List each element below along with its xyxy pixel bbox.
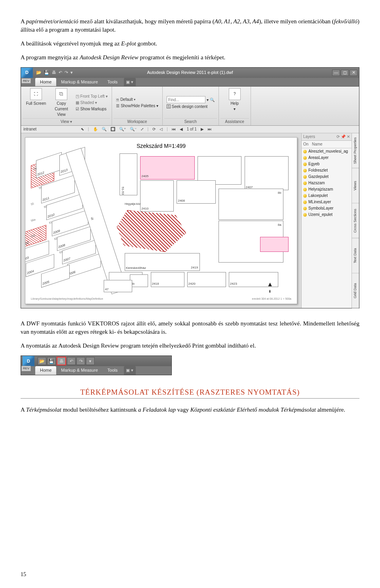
seek-design-content-button[interactable]: 🅂 Seek design content (167, 104, 215, 110)
sidetab-cross-sections[interactable]: Cross Sections (352, 203, 359, 238)
layer-row[interactable]: AreasLayer (302, 155, 352, 161)
copy-current-view-button[interactable]: ⿻ Copy Current View (50, 88, 72, 117)
minimize-icon[interactable]: — (332, 70, 340, 76)
zoom-in-icon[interactable]: 🔍⁺ (119, 127, 126, 132)
print-icon[interactable]: 🖶 (52, 70, 56, 76)
layer-name: Uzemi_epulet (308, 212, 332, 217)
tab-tools[interactable]: Tools (103, 366, 122, 374)
front-top-left-button[interactable]: ◳ Front Top Left ▾ (76, 94, 108, 99)
sidetab-views[interactable]: Views (352, 168, 359, 203)
group-label-view[interactable]: View (23, 118, 110, 125)
lightbulb-icon[interactable] (303, 182, 307, 185)
qat-dropdown-icon[interactable]: ▾ (70, 70, 73, 76)
print-button-highlighted[interactable]: 🖶 (57, 357, 66, 365)
lightbulb-icon[interactable] (303, 169, 307, 172)
map-footer-right: eredeti 304 at 08.2012 1 = 500a (252, 297, 291, 301)
find-input[interactable] (167, 96, 205, 103)
layers-tool-icon[interactable]: ⟳ (336, 134, 340, 139)
selected-feature (117, 210, 186, 252)
parcel: 2408 (177, 180, 215, 203)
lightbulb-icon[interactable] (303, 150, 307, 153)
full-screen-button[interactable]: ⛶ Full Screen (25, 88, 47, 117)
lightbulb-icon[interactable] (303, 175, 307, 179)
zoom-tool-icon[interactable]: 🔍 (102, 127, 106, 132)
sidetab-sheet-properties[interactable]: Sheet Properties (352, 133, 359, 168)
layer-row[interactable]: SymbolsLayer (302, 205, 352, 212)
tab-home[interactable]: Home (35, 366, 56, 374)
layer-row[interactable]: Egyeb (302, 161, 352, 167)
layers-palette: Layers ⟳ 📌 ✕ On Name Alreszlet_muvelesi_… (301, 133, 352, 308)
binoculars-icon[interactable]: 🔍 (210, 98, 215, 102)
shaded-button[interactable]: ▦ Shaded ▾ (76, 100, 108, 106)
tab-markup-measure[interactable]: Markup & Measure (56, 366, 103, 374)
save-icon[interactable]: 💾 (44, 70, 49, 76)
lightbulb-icon[interactable] (303, 213, 307, 217)
adr-logo-icon[interactable]: D (21, 68, 33, 78)
layer-name: Lakoepulet (308, 193, 328, 199)
open-icon[interactable]: 📂 (38, 357, 46, 365)
side-palette-tabs: Sheet Properties Views Cross Sections Te… (352, 133, 359, 308)
lightbulb-icon[interactable] (303, 163, 307, 166)
show-hide-palettes-button[interactable]: ☰ Show/Hide Palettes ▾ (116, 103, 158, 109)
sidetab-grid-data[interactable]: Grid Data (352, 273, 359, 308)
prev-page-icon[interactable]: ◀ (180, 127, 183, 132)
tab-animation-icon[interactable]: ▣ ▾ (124, 366, 136, 374)
layers-pin-icon[interactable]: 📌 (341, 134, 346, 139)
default-workspace-button[interactable]: 🀙 Default ▾ (116, 97, 158, 102)
find-dropdown-icon[interactable]: ▾ (207, 98, 209, 102)
prev-view-icon[interactable]: ◁ (160, 127, 163, 132)
maximize-icon[interactable]: ◻ (341, 70, 349, 76)
layer-row[interactable]: MLinesLayer (302, 199, 352, 205)
help-button[interactable]: ? Help ▾ (224, 88, 246, 117)
select-tool-icon[interactable]: ⬉ (81, 127, 84, 132)
rotate-icon[interactable]: ⟳ (152, 127, 156, 132)
tab-tools[interactable]: Tools (103, 78, 122, 86)
lightbulb-icon[interactable] (303, 156, 307, 160)
layer-row[interactable]: Lakoepulet (302, 193, 352, 199)
text-italic: papírméret/orientáció (26, 18, 78, 25)
undo-icon[interactable]: ↶ (67, 357, 76, 365)
tab-animation-icon[interactable]: ▣ ▾ (124, 78, 136, 86)
paragraph-5: A nyomtatás az Autodesk Design Review pr… (21, 342, 359, 350)
layer-row[interactable]: Helyrajziszam (302, 186, 352, 193)
layer-row[interactable]: Alreszlet_muvelesi_ag (302, 148, 352, 155)
next-page-icon[interactable]: ▶ (201, 127, 204, 132)
adr-ribbon-tabs: Home Markup & Measure Tools ▣ ▾ (21, 78, 359, 87)
paragraph-4: A DWF nyomtatás funkció VEKTOROS rajzot … (21, 320, 359, 336)
qat-dropdown-icon[interactable]: ▾ (86, 357, 95, 365)
close-icon[interactable]: ✕ (350, 70, 357, 76)
parcel-label: 51-53 (121, 187, 125, 195)
show-markups-checkbox[interactable]: ☑ Show Markups (76, 106, 108, 112)
zoom-out-icon[interactable]: 🔍⁻ (130, 127, 137, 132)
house-number: 8a (278, 223, 281, 227)
last-page-icon[interactable]: ⏭ (208, 127, 212, 132)
redo-icon[interactable]: ↷ (76, 357, 85, 365)
layer-row[interactable]: Foldreszlet (302, 167, 352, 174)
zoom-rect-icon[interactable]: 🔲 (110, 127, 115, 132)
tab-home[interactable]: Home (35, 78, 56, 86)
layers-close-icon[interactable]: ✕ (347, 134, 350, 139)
save-icon[interactable]: 💾 (47, 357, 56, 365)
lightbulb-icon[interactable] (303, 194, 307, 198)
sidetab-text-data[interactable]: Text Data (352, 238, 359, 273)
adr-canvas[interactable]: Szekszárd M=1:499 2012 2013 2011 2010 20… (21, 133, 301, 308)
tab-markup-measure[interactable]: Markup & Measure (56, 78, 103, 86)
first-page-icon[interactable]: ⏮ (172, 127, 176, 132)
lightbulb-icon[interactable] (303, 207, 307, 210)
layer-row[interactable]: Gazdepulet (302, 174, 352, 180)
parcel: 51-53 (120, 153, 137, 195)
pan-tool-icon[interactable]: ✋ (93, 127, 98, 132)
lightbulb-icon[interactable] (303, 200, 307, 204)
help-icon: ? (229, 88, 241, 100)
group-label-assistance: Assistance (220, 118, 249, 125)
adr-logo-icon[interactable]: D (23, 356, 34, 366)
text: ), illetve milyen orientációban ( (259, 18, 334, 25)
undo-icon[interactable]: ↶ (59, 70, 62, 76)
lightbulb-icon[interactable] (303, 188, 307, 191)
layer-row[interactable]: Hazszam (302, 180, 352, 186)
fit-icon[interactable]: ⤢ (141, 127, 144, 132)
adr-paper: Szekszárd M=1:499 2012 2013 2011 2010 20… (25, 137, 297, 304)
redo-icon[interactable]: ↷ (65, 70, 68, 76)
open-icon[interactable]: 📂 (36, 70, 42, 76)
layer-row[interactable]: Uzemi_epulet (302, 212, 352, 218)
